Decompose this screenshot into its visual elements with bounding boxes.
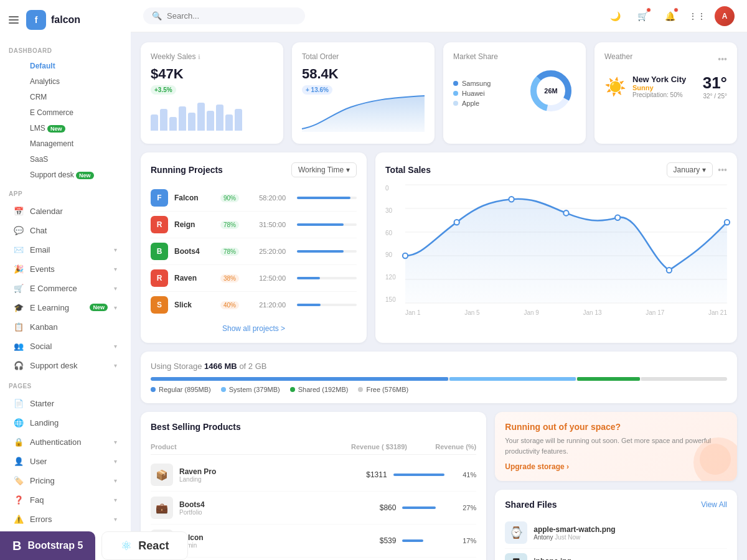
month-chevron: ▾ xyxy=(702,166,706,174)
proj-bar-wrap xyxy=(297,197,357,199)
product-img: 📦 xyxy=(151,464,173,486)
weekly-sales-title: Weekly Sales ℹ xyxy=(151,52,273,61)
product-type: Portfolio xyxy=(179,509,315,516)
sidebar-item-pricing[interactable]: 🏷️ Pricing ▾ xyxy=(5,471,126,490)
product-pct: 27% xyxy=(449,504,477,511)
search-box[interactable]: 🔍 xyxy=(143,7,305,24)
show-all-projects[interactable]: Show all projects > xyxy=(151,318,357,333)
search-input[interactable] xyxy=(167,11,296,21)
project-row: R Raven 38% 12:50:00 xyxy=(151,265,357,292)
sidebar-item-ecommerce-dash[interactable]: E Commerce xyxy=(5,105,126,120)
storage-bar xyxy=(151,377,727,381)
react-icon: ⚛ xyxy=(121,538,132,553)
product-info: Raven Pro Landing xyxy=(179,467,309,483)
sidebar-item-faq[interactable]: ❓ Faq ▾ xyxy=(5,490,126,509)
sidebar-item-ecommerce[interactable]: 🛒 E Commerce ▾ xyxy=(5,279,126,297)
chart-svg-wrapper xyxy=(405,185,727,303)
working-time-dropdown[interactable]: Working Time ▾ xyxy=(291,162,357,177)
product-bar-wrap xyxy=(402,506,443,509)
proj-avatar: R xyxy=(151,216,168,233)
faq-icon: ❓ xyxy=(14,495,24,505)
bottom-banner: B Bootstrap 5 ⚛ React xyxy=(0,531,188,560)
proj-pct: 78% xyxy=(220,221,239,229)
sun-icon: ☀️ xyxy=(604,77,626,97)
sidebar-label-landing: Landing xyxy=(30,418,117,427)
product-bar xyxy=(402,506,436,509)
y-label-0: 0 xyxy=(385,185,403,192)
sidebar-item-elearning[interactable]: 🎓 E Learning New ▾ xyxy=(5,298,126,317)
weather-more[interactable]: ••• xyxy=(718,54,727,64)
sidebar-item-kanban[interactable]: 📋 Kanban xyxy=(5,317,126,336)
dark-mode-button[interactable]: 🌙 xyxy=(605,6,625,26)
sidebar-item-chat[interactable]: 💬 Chat xyxy=(5,221,126,240)
market-share-card: Market Share Samsung Huawei xyxy=(443,42,586,144)
proj-bar xyxy=(297,250,344,253)
proj-bar-wrap xyxy=(297,250,357,253)
sidebar-item-events[interactable]: 🎉 Events ▾ xyxy=(5,259,126,278)
total-order-title: Total Order xyxy=(302,52,425,61)
x-jan1: Jan 1 xyxy=(405,309,420,322)
sidebar-item-social[interactable]: 👥 Social ▾ xyxy=(5,337,126,355)
sidebar-item-starter[interactable]: 📄 Starter xyxy=(5,394,126,413)
proj-avatar: R xyxy=(151,269,168,287)
support-icon: 🎧 xyxy=(14,360,24,370)
proj-name: Reign xyxy=(174,220,212,229)
sidebar-label-events: Events xyxy=(30,264,108,274)
events-icon: 🎉 xyxy=(14,264,24,274)
col-rev-dollar-header: Revenue ( $3189) xyxy=(324,443,407,450)
sidebar-item-authentication[interactable]: 🔒 Authentication ▾ xyxy=(5,432,126,451)
file-person: Antony xyxy=(533,534,553,541)
sidebar-item-crm[interactable]: CRM xyxy=(5,90,126,105)
pricing-chevron: ▾ xyxy=(114,477,117,484)
col-product-header: Product xyxy=(151,443,324,450)
notifications-button[interactable]: 🔔 xyxy=(660,6,680,26)
sidebar-brand: falcon xyxy=(51,14,80,26)
legend-system: System (379MB) xyxy=(221,386,280,393)
svg-point-14 xyxy=(615,215,620,220)
sidebar-label-email: Email xyxy=(30,245,108,254)
sidebar-item-management[interactable]: Management xyxy=(5,136,126,151)
proj-time: 31:50:00 xyxy=(245,221,286,228)
weekly-bar xyxy=(169,117,177,131)
y-label-60: 60 xyxy=(385,230,403,236)
sidebar-item-support-dash[interactable]: Support desk New xyxy=(5,167,126,182)
bootstrap-text: Bootstrap 5 xyxy=(27,540,83,551)
proj-bar-wrap xyxy=(297,223,357,226)
storage-free xyxy=(641,377,727,381)
sidebar-item-calendar[interactable]: 📅 Calendar xyxy=(5,202,126,220)
market-share-inner: Samsung Huawei Apple xyxy=(453,66,576,116)
sidebar-item-lms[interactable]: LMS New xyxy=(5,121,126,136)
sidebar-item-default[interactable]: Default xyxy=(5,58,126,73)
weekly-sales-card: Weekly Sales ℹ $47K +3.5% xyxy=(141,42,283,144)
weather-header: Weather ••• xyxy=(604,52,727,66)
product-info: Falcon Admin xyxy=(179,533,315,549)
sidebar-item-support[interactable]: 🎧 Support desk ▾ xyxy=(5,356,126,375)
topbar: 🔍 🌙 🛒 🔔 ⋮⋮ A xyxy=(131,0,747,32)
calendar-icon: 📅 xyxy=(14,206,24,216)
january-dropdown[interactable]: January ▾ xyxy=(667,162,713,177)
shared-files-header: Shared Files View All xyxy=(505,500,727,510)
sidebar-item-user[interactable]: 👤 User ▾ xyxy=(5,452,126,470)
weekly-sales-badge: +3.5% xyxy=(151,85,176,95)
best-selling-title: Best Selling Products xyxy=(151,422,241,432)
apps-grid-button[interactable]: ⋮⋮ xyxy=(687,6,707,26)
total-sales-more[interactable]: ••• xyxy=(718,165,727,175)
hamburger-icon[interactable] xyxy=(9,16,19,24)
sidebar-item-saas[interactable]: SaaS xyxy=(5,152,126,167)
storage-deco2 xyxy=(700,444,731,475)
shared-label: Shared (192MB) xyxy=(298,386,349,393)
social-icon: 👥 xyxy=(14,341,24,351)
sidebar-item-email[interactable]: ✉️ Email ▾ xyxy=(5,240,126,259)
sidebar-item-landing[interactable]: 🌐 Landing xyxy=(5,413,126,432)
sidebar-item-analytics[interactable]: Analytics xyxy=(5,74,126,89)
weather-temp: 31° xyxy=(703,73,727,93)
market-share-title: Market Share xyxy=(453,52,576,61)
proj-bar xyxy=(297,197,350,199)
user-avatar[interactable]: A xyxy=(715,6,735,26)
sidebar-item-errors[interactable]: ⚠️ Errors ▾ xyxy=(5,510,126,528)
samsung-dot xyxy=(453,81,458,86)
weekly-bar xyxy=(188,113,195,131)
cart-icon-button[interactable]: 🛒 xyxy=(632,6,652,26)
view-all-link[interactable]: View All xyxy=(701,500,727,509)
weekly-sales-info-icon[interactable]: ℹ xyxy=(198,54,200,60)
